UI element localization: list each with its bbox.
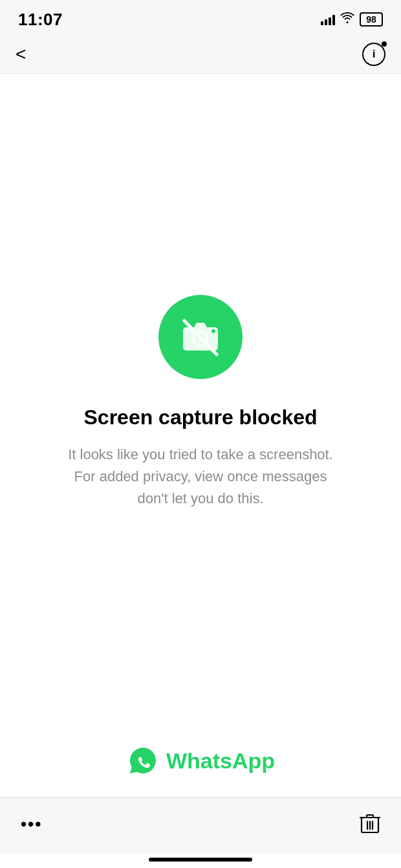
info-button[interactable]: i bbox=[362, 43, 385, 66]
blocked-description: It looks like you tried to take a screen… bbox=[58, 444, 343, 510]
signal-bars-icon bbox=[321, 14, 335, 25]
whatsapp-brand: WhatsApp bbox=[0, 731, 401, 797]
svg-point-3 bbox=[211, 329, 215, 333]
home-bar bbox=[149, 858, 252, 862]
nav-bar: < i bbox=[0, 35, 401, 74]
main-content: Screen capture blocked It looks like you… bbox=[0, 74, 401, 731]
status-bar: 11:07 98 bbox=[0, 0, 401, 35]
home-indicator bbox=[0, 854, 401, 868]
bottom-bar: ••• bbox=[0, 797, 401, 854]
whatsapp-logo-icon bbox=[126, 744, 160, 777]
blocked-title: Screen capture blocked bbox=[83, 405, 317, 429]
status-icons: 98 bbox=[321, 12, 383, 27]
battery-icon: 98 bbox=[360, 12, 383, 27]
wifi-icon bbox=[340, 12, 354, 27]
camera-blocked-icon-circle bbox=[158, 295, 243, 379]
camera-blocked-icon bbox=[178, 314, 223, 360]
back-button[interactable]: < bbox=[16, 45, 26, 63]
more-button[interactable]: ••• bbox=[21, 814, 42, 834]
whatsapp-label: WhatsApp bbox=[166, 748, 275, 774]
delete-button[interactable] bbox=[360, 812, 380, 837]
status-time: 11:07 bbox=[18, 10, 63, 30]
